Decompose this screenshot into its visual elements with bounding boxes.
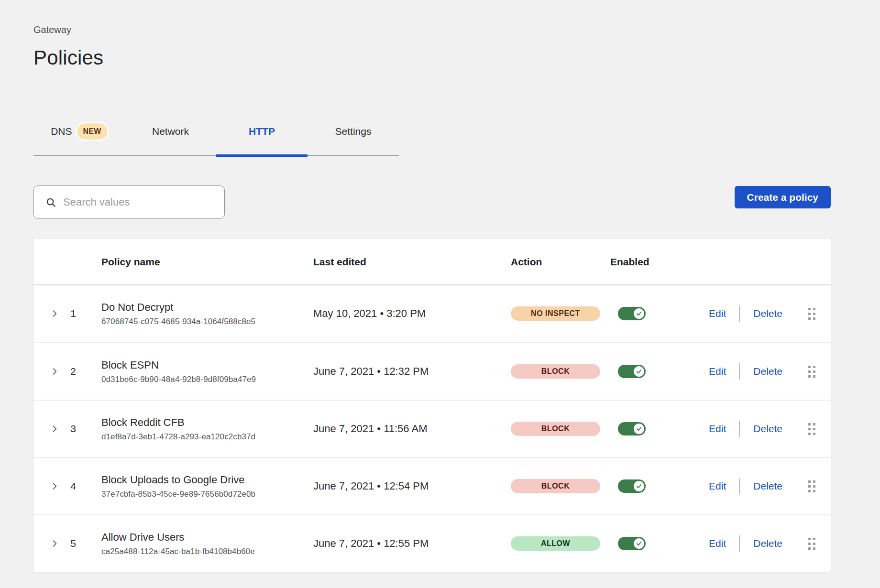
- policy-uuid: ca25a488-112a-45ac-ba1b-fb4108b4b60e: [101, 547, 311, 556]
- enabled-toggle[interactable]: [618, 479, 646, 493]
- table-row: 5 Allow Drive Users ca25a488-112a-45ac-b…: [33, 514, 831, 572]
- action-badge: BLOCK: [511, 364, 600, 379]
- drag-handle-icon[interactable]: [806, 536, 817, 552]
- policy-name: Allow Drive Users: [101, 531, 311, 544]
- action-divider: [739, 363, 740, 380]
- edit-link[interactable]: Edit: [709, 423, 726, 435]
- last-edited: June 7, 2021 • 12:55 PM: [311, 537, 511, 550]
- policy-name: Block ESPN: [101, 359, 311, 371]
- policy-uuid: 37e7cbfa-85b3-45ce-9e89-7656b0d72e0b: [101, 490, 311, 499]
- delete-link[interactable]: Delete: [753, 538, 782, 549]
- check-icon: [634, 366, 644, 377]
- search-icon: [45, 197, 56, 208]
- enabled-toggle[interactable]: [618, 537, 646, 550]
- row-number: 3: [68, 423, 78, 435]
- column-last-edited: Last edited: [311, 256, 511, 268]
- table-row: 1 Do Not Decrypt 67068745-c075-4685-934a…: [33, 285, 831, 342]
- enabled-toggle[interactable]: [618, 365, 646, 378]
- action-divider: [739, 305, 740, 322]
- delete-link[interactable]: Delete: [753, 423, 782, 435]
- check-icon: [634, 308, 644, 319]
- action-badge: ALLOW: [511, 536, 600, 551]
- action-badge: BLOCK: [511, 422, 600, 436]
- chevron-right-icon[interactable]: [50, 367, 59, 376]
- delete-link[interactable]: Delete: [753, 366, 782, 377]
- create-policy-button[interactable]: Create a policy: [735, 186, 831, 208]
- chevron-right-icon[interactable]: [50, 481, 59, 491]
- drag-handle-icon[interactable]: [806, 421, 817, 437]
- delete-link[interactable]: Delete: [753, 308, 782, 319]
- action-divider: [739, 421, 740, 437]
- drag-handle-icon[interactable]: [806, 479, 817, 494]
- last-edited: June 7, 2021 • 12:54 PM: [311, 480, 511, 492]
- policies-table: Policy name Last edited Action Enabled 1…: [33, 239, 831, 572]
- edit-link[interactable]: Edit: [709, 480, 726, 492]
- tab-http[interactable]: HTTP: [216, 123, 308, 155]
- enabled-toggle[interactable]: [618, 307, 646, 320]
- drag-handle-icon[interactable]: [806, 364, 817, 380]
- chevron-right-icon[interactable]: [50, 309, 59, 318]
- last-edited: June 7, 2021 • 12:32 PM: [311, 365, 511, 378]
- delete-link[interactable]: Delete: [753, 480, 782, 492]
- table-header: Policy name Last edited Action Enabled: [33, 239, 831, 285]
- row-number: 4: [68, 480, 78, 492]
- policy-uuid: 0d31be6c-9b90-48a4-92b8-9d8f09ba47e9: [101, 375, 311, 384]
- page-title: Policies: [33, 46, 831, 70]
- check-icon: [634, 424, 644, 434]
- toolbar: Create a policy: [33, 185, 831, 219]
- last-edited: May 10, 2021 • 3:20 PM: [311, 307, 511, 320]
- policy-name: Do Not Decrypt: [101, 301, 311, 314]
- action-badge: BLOCK: [511, 479, 600, 493]
- policy-uuid: 67068745-c075-4685-934a-1064f588c8e5: [101, 317, 311, 327]
- search-input[interactable]: [63, 196, 216, 208]
- policy-name: Block Uploads to Google Drive: [101, 474, 311, 486]
- tab-dns[interactable]: DNS NEW: [33, 123, 125, 155]
- tab-settings[interactable]: Settings: [308, 123, 399, 155]
- table-row: 4 Block Uploads to Google Drive 37e7cbfa…: [33, 457, 831, 514]
- tab-settings-label: Settings: [335, 126, 372, 137]
- edit-link[interactable]: Edit: [709, 538, 726, 549]
- action-divider: [739, 535, 740, 552]
- row-number: 2: [68, 366, 78, 377]
- row-number: 5: [68, 538, 78, 549]
- enabled-toggle[interactable]: [618, 422, 646, 436]
- edit-link[interactable]: Edit: [709, 308, 726, 319]
- table-body: 1 Do Not Decrypt 67068745-c075-4685-934a…: [33, 285, 831, 572]
- tab-bar: DNS NEW Network HTTP Settings: [33, 123, 399, 156]
- row-number: 1: [68, 308, 78, 319]
- last-edited: June 7, 2021 • 11:56 AM: [311, 423, 511, 435]
- check-icon: [634, 481, 644, 491]
- action-divider: [739, 478, 740, 494]
- new-badge: NEW: [77, 123, 108, 140]
- tab-network-label: Network: [152, 126, 189, 137]
- action-badge: NO INSPECT: [511, 306, 600, 321]
- breadcrumb: Gateway: [33, 24, 831, 35]
- policy-name: Block Reddit CFB: [101, 416, 311, 429]
- table-row: 3 Block Reddit CFB d1ef8a7d-3eb1-4728-a2…: [33, 400, 831, 457]
- search-box: [33, 185, 225, 219]
- column-enabled: Enabled: [610, 256, 653, 268]
- drag-handle-icon[interactable]: [806, 306, 817, 322]
- policy-uuid: d1ef8a7d-3eb1-4728-a293-ea120c2cb37d: [101, 432, 311, 442]
- chevron-right-icon[interactable]: [50, 539, 59, 548]
- edit-link[interactable]: Edit: [709, 366, 726, 377]
- chevron-right-icon[interactable]: [50, 424, 59, 434]
- table-row: 2 Block ESPN 0d31be6c-9b90-48a4-92b8-9d8…: [33, 342, 831, 400]
- check-icon: [634, 538, 644, 549]
- column-policy-name: Policy name: [101, 256, 311, 268]
- tab-http-label: HTTP: [249, 126, 275, 137]
- tab-network[interactable]: Network: [125, 123, 216, 155]
- column-action: Action: [511, 256, 600, 268]
- tab-dns-label: DNS: [51, 126, 72, 137]
